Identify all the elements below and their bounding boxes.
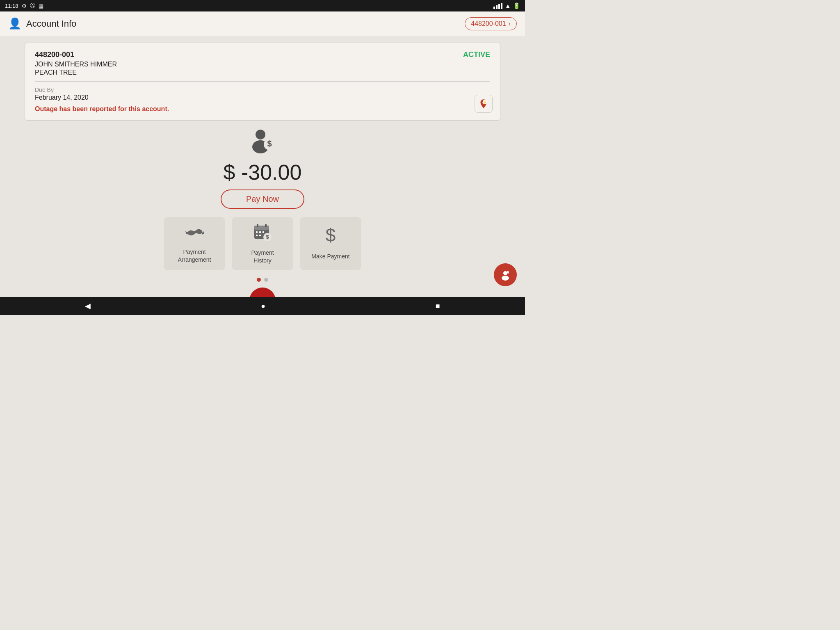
payment-history-card[interactable]: $ PaymentHistory: [232, 217, 293, 270]
status-left: 11:18 ⚙ Ⓐ ▦: [5, 2, 43, 9]
settings-icon: ⚙: [22, 3, 27, 9]
balance-section: $ $ -30.00 Pay Now: [221, 129, 304, 209]
home-button[interactable]: ●: [251, 299, 275, 314]
action-cards-container: PaymentArrangement $ PaymentHis: [164, 217, 361, 270]
svg-rect-9: [265, 224, 267, 227]
make-payment-card[interactable]: $ Make Payment: [300, 217, 361, 270]
header-left: 👤 Account Info: [8, 17, 76, 30]
due-by-date: February 14, 2020: [35, 94, 490, 101]
sim-icon: ▦: [39, 3, 43, 9]
location-pin-button[interactable]: ⚡: [475, 95, 493, 113]
dot-2: [264, 278, 268, 282]
signal-icon: [493, 3, 502, 9]
chevron-right-icon: ›: [509, 20, 511, 27]
payment-arrangement-card[interactable]: PaymentArrangement: [164, 217, 225, 270]
svg-point-19: [502, 276, 509, 281]
handshake-icon: [185, 224, 204, 244]
page-indicator: [257, 278, 268, 282]
svg-text:+: +: [507, 272, 509, 274]
status-bar: 11:18 ⚙ Ⓐ ▦ ▲ 🔋: [0, 0, 525, 11]
make-payment-label: Make Payment: [311, 253, 349, 260]
contact-fab-button[interactable]: +: [494, 263, 517, 286]
svg-rect-11: [259, 231, 261, 233]
balance-icon-container: $: [248, 129, 277, 155]
account-number: 448200-001: [35, 50, 74, 59]
time-display: 11:18: [5, 3, 18, 9]
svg-rect-8: [257, 224, 258, 227]
svg-text:$: $: [267, 139, 272, 148]
svg-text:$: $: [326, 227, 336, 245]
wifi-icon: ▲: [505, 2, 511, 9]
card-divider: [35, 81, 490, 82]
due-by-label: Due By: [35, 87, 490, 93]
calendar-dollar-icon: $: [253, 223, 272, 245]
account-chip[interactable]: 448200-001 ›: [465, 17, 517, 30]
accessibility-icon: Ⓐ: [30, 2, 35, 9]
svg-rect-14: [259, 235, 261, 236]
location-pin-icon: ⚡: [478, 98, 489, 109]
person-dollar-icon: $: [248, 129, 277, 153]
back-button[interactable]: ◀: [75, 298, 100, 314]
recents-button[interactable]: ■: [426, 299, 450, 314]
android-nav-bar: ◀ ● ■: [0, 297, 525, 315]
pay-now-button[interactable]: Pay Now: [221, 189, 304, 209]
svg-point-2: [256, 130, 265, 139]
account-card-header: 448200-001 ACTIVE: [35, 50, 490, 59]
account-name: JOHN SMITHERS HIMMER: [35, 61, 490, 68]
battery-icon: 🔋: [513, 2, 520, 9]
svg-text:⚡: ⚡: [483, 100, 487, 105]
page-title: Account Info: [26, 18, 76, 29]
dot-1: [257, 278, 261, 282]
payment-history-label: PaymentHistory: [251, 249, 274, 264]
status-right: ▲ 🔋: [493, 2, 520, 9]
account-info-icon: 👤: [8, 17, 21, 30]
dollar-sign-icon: $: [322, 227, 340, 249]
svg-rect-10: [256, 231, 258, 233]
account-location: PEACH TREE: [35, 69, 490, 76]
svg-text:$: $: [266, 234, 269, 240]
account-card: 448200-001 ACTIVE JOHN SMITHERS HIMMER P…: [25, 43, 500, 121]
account-chip-label: 448200-001: [471, 20, 506, 27]
svg-rect-7: [254, 226, 269, 230]
payment-arrangement-label: PaymentArrangement: [178, 248, 211, 263]
account-status: ACTIVE: [463, 50, 490, 59]
main-content: 448200-001 ACTIVE JOHN SMITHERS HIMMER P…: [0, 36, 525, 315]
svg-rect-13: [256, 235, 258, 236]
outage-warning: Outage has been reported for this accoun…: [35, 105, 490, 113]
contact-icon: +: [500, 269, 511, 281]
header: 👤 Account Info 448200-001 ›: [0, 11, 525, 36]
balance-amount: $ -30.00: [224, 160, 302, 185]
svg-rect-12: [262, 231, 264, 233]
